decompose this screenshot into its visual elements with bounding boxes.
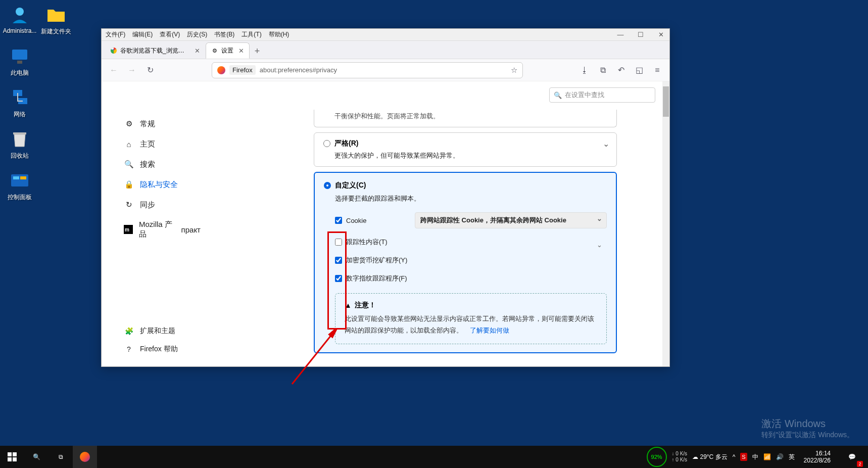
strict-radio[interactable]	[323, 140, 330, 147]
bookmark-star-icon[interactable]: ☆	[511, 66, 517, 75]
cookie-checkbox[interactable]	[335, 217, 342, 224]
cookie-dropdown[interactable]: 跨网站跟踪性 Cookie，并隔离其余跨网站 Cookie	[415, 212, 607, 228]
checkbox-cookie-row: Cookie 跨网站跟踪性 Cookie，并隔离其余跨网站 Cookie	[335, 212, 607, 228]
user-icon	[9, 4, 30, 25]
tab-close-icon[interactable]: ✕	[238, 47, 244, 55]
extensions-button[interactable]: ⧉	[596, 63, 610, 77]
warn-learn-more-link[interactable]: 了解要如何做	[470, 326, 509, 334]
help-icon: ?	[124, 344, 134, 354]
desktop-icon-new-folder[interactable]: 新建文件夹	[38, 4, 74, 36]
window-close-button[interactable]: ✕	[656, 30, 665, 39]
tray-volume-icon[interactable]: 🔊	[776, 453, 784, 460]
folder-icon	[45, 4, 67, 25]
net-speed-indicator: ↓ 0 K/s ↑ 0 K/s	[672, 451, 688, 463]
svg-rect-17	[13, 457, 17, 461]
system-tray: 92% ↓ 0 K/s ↑ 0 K/s ☁ 29°C 多云 ^ S 中 📶 🔊 …	[647, 446, 868, 468]
desktop-icon-this-pc[interactable]: 此电脑	[2, 45, 37, 77]
toolbar: ← → ↻ Firefox about:preferences#privacy …	[102, 59, 669, 81]
desktop-icon-control-panel[interactable]: 控制面板	[2, 170, 37, 202]
tray-network-icon[interactable]: 📶	[763, 453, 771, 460]
tab-settings[interactable]: ⚙ 设置 ✕	[206, 42, 250, 59]
menu-help[interactable]: 帮助(H)	[269, 30, 290, 39]
scrollbar[interactable]	[662, 81, 669, 366]
sidebar-item-general[interactable]: ⚙ 常规	[117, 114, 208, 134]
menu-bookmarks[interactable]: 书签(B)	[214, 30, 234, 39]
custom-radio-row[interactable]: 自定义(C)	[324, 181, 607, 190]
fingerprint-checkbox[interactable]	[335, 275, 342, 282]
tab-bar: 谷歌浏览器下载_浏览器官网入口 ✕ ⚙ 设置 ✕ +	[102, 41, 669, 59]
weather-indicator[interactable]: ☁ 29°C 多云	[692, 453, 728, 461]
menu-file[interactable]: 文件(F)	[106, 30, 125, 39]
network-icon	[9, 87, 30, 108]
gear-icon: ⚙	[124, 119, 134, 129]
tray-ime-zh[interactable]: 中	[752, 453, 758, 461]
url-bar[interactable]: Firefox about:preferences#privacy ☆	[212, 62, 523, 78]
notification-button[interactable]: 💬	[840, 446, 864, 468]
search-button[interactable]: 🔍	[24, 446, 49, 468]
tracking-checkbox[interactable]	[335, 239, 342, 246]
settings-search-input[interactable]: 🔍 在设置中查找	[549, 87, 655, 103]
settings-content: ⚙ 常规 ⌂ 主页 🔍 搜索 🔒 隐私与安全 ↻ 同步	[102, 81, 669, 366]
crypto-checkbox[interactable]	[335, 257, 342, 264]
svg-rect-8	[20, 176, 26, 179]
tracking-dropdown[interactable]	[521, 239, 607, 246]
home-icon: ⌂	[124, 139, 134, 149]
desktop-icon-network[interactable]: 网络	[2, 87, 37, 119]
menubar: 文件(F) 编辑(E) 查看(V) 历史(S) 书签(B) 工具(T) 帮助(H…	[102, 29, 669, 41]
task-view-button[interactable]: ⧉	[49, 446, 73, 468]
sidebar-item-sync[interactable]: ↻ 同步	[117, 195, 208, 215]
control-panel-icon	[9, 170, 30, 191]
taskbar-firefox[interactable]	[73, 446, 97, 468]
window-maximize-button[interactable]: ☐	[636, 30, 645, 39]
firefox-icon	[217, 66, 225, 74]
account-button[interactable]: ◱	[632, 63, 646, 77]
sidebar-item-extensions[interactable]: 🧩 扩展和主题	[117, 322, 185, 340]
menu-edit[interactable]: 编辑(E)	[132, 30, 153, 39]
desktop-icon-recycle-bin[interactable]: 回收站	[2, 128, 37, 160]
new-tab-button[interactable]: +	[250, 43, 265, 59]
firefox-window: 文件(F) 编辑(E) 查看(V) 历史(S) 书签(B) 工具(T) 帮助(H…	[101, 28, 670, 367]
lock-icon: 🔒	[124, 179, 134, 190]
svg-rect-1	[12, 50, 27, 60]
puzzle-icon: 🧩	[124, 326, 134, 336]
taskbar: 🔍 ⧉ 92% ↓ 0 K/s ↑ 0 K/s ☁ 29°C 多云 ^ S 中 …	[0, 446, 868, 468]
reload-button[interactable]: ↻	[143, 63, 157, 77]
chrome-icon	[110, 47, 117, 54]
checkbox-tracking-row: 跟踪性内容(T)	[335, 238, 607, 247]
tab-close-icon[interactable]: ✕	[195, 47, 200, 55]
setting-strict-card[interactable]: 严格(R) 更强大的保护，但可能导致某些网站异常。 ⌄	[314, 132, 617, 167]
desktop-icon-administrator[interactable]: Administra...	[2, 4, 37, 34]
tray-chevron[interactable]: ^	[733, 453, 736, 460]
search-icon: 🔍	[554, 91, 562, 99]
sidebar-item-home[interactable]: ⌂ 主页	[117, 134, 208, 154]
start-button[interactable]	[0, 446, 24, 468]
trash-icon	[9, 128, 30, 150]
battery-indicator[interactable]: 92%	[647, 447, 667, 467]
taskbar-clock[interactable]: 16:14 2022/8/26	[800, 450, 835, 464]
checkbox-fingerprint-row: 数字指纹跟踪程序(F)	[335, 274, 607, 283]
menu-tools[interactable]: 工具(T)	[242, 30, 261, 39]
menu-history[interactable]: 历史(S)	[187, 30, 207, 39]
mozilla-icon: m	[124, 224, 133, 235]
svg-rect-15	[13, 452, 17, 456]
sidebar-item-mozilla[interactable]: m Mozilla 产品 практ	[117, 215, 208, 244]
undo-button[interactable]: ↶	[614, 63, 628, 77]
downloads-button[interactable]: ⭳	[577, 63, 592, 77]
tray-ime-lang[interactable]: 英	[789, 453, 795, 461]
sidebar-item-help[interactable]: ? Firefox 帮助	[117, 340, 185, 358]
back-button[interactable]: ←	[107, 63, 121, 77]
forward-button[interactable]: →	[125, 63, 139, 77]
search-icon: 🔍	[124, 159, 134, 169]
app-menu-button[interactable]: ≡	[650, 63, 664, 77]
pc-icon	[9, 45, 30, 67]
sidebar-item-privacy[interactable]: 🔒 隐私与安全	[117, 174, 208, 195]
svg-rect-6	[11, 174, 28, 186]
sidebar-item-search[interactable]: 🔍 搜索	[117, 154, 208, 174]
menu-view[interactable]: 查看(V)	[160, 30, 180, 39]
setting-custom-card: 自定义(C) 选择要拦截的跟踪器和脚本。 Cookie 跨网站跟踪性 Cooki…	[314, 172, 617, 353]
tab-chrome-download[interactable]: 谷歌浏览器下载_浏览器官网入口 ✕	[105, 42, 206, 59]
window-minimize-button[interactable]: —	[616, 30, 625, 39]
tray-ime-s[interactable]: S	[740, 453, 747, 461]
scrollbar-thumb[interactable]	[663, 86, 669, 117]
custom-radio[interactable]	[324, 182, 331, 189]
